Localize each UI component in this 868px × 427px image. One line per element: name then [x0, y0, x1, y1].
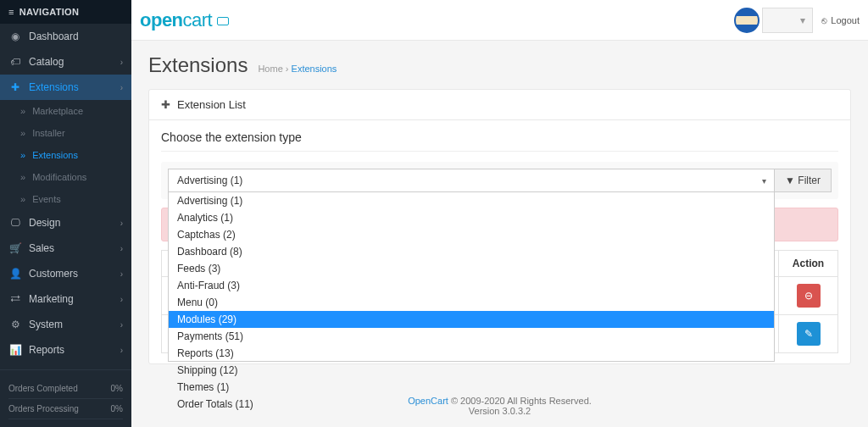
sidebar-item-label: Marketing: [29, 293, 74, 305]
table-col-action: Action: [779, 251, 838, 277]
brand-logo[interactable]: opencart: [140, 9, 234, 31]
stat-orders-completed: Orders Completed 0%: [8, 379, 123, 399]
sidebar-item-label: System: [29, 319, 63, 330]
breadcrumb: Home › Extensions: [258, 64, 337, 74]
delete-button[interactable]: ⊖: [797, 284, 821, 308]
chevron-right-icon: ›: [120, 295, 123, 304]
sidebar-item-extensions[interactable]: ✚ Extensions ›: [0, 75, 131, 100]
cart-icon: 🛒: [8, 242, 22, 254]
chevron-right-icon: ›: [120, 320, 123, 330]
edit-button[interactable]: ✎: [797, 322, 821, 346]
sidebar-item-dashboard[interactable]: ◉ Dashboard: [0, 24, 131, 49]
user-dropdown[interactable]: ▾: [762, 8, 813, 33]
dropdown-option[interactable]: Shipping (12): [169, 362, 774, 379]
dropdown-option[interactable]: Themes (1): [169, 379, 774, 396]
dashboard-icon: ◉: [8, 30, 22, 42]
filter-button[interactable]: ▼ Filter: [775, 169, 832, 192]
dropdown-option[interactable]: Dashboard (8): [169, 243, 774, 260]
chart-icon: 📊: [8, 344, 22, 356]
chevron-right-icon: ›: [120, 244, 123, 253]
share-icon: ⮂: [8, 293, 22, 305]
sidebar-item-marketing[interactable]: ⮂ Marketing ›: [0, 286, 131, 312]
sidebar-item-label: Catalog: [29, 56, 64, 68]
sidebar-item-label: Reports: [29, 344, 64, 356]
puzzle-icon: ✚: [8, 81, 22, 93]
dropdown-option[interactable]: Reports (13): [169, 345, 774, 362]
chevron-right-icon: ›: [120, 346, 123, 355]
extension-panel: ✚ Extension List Choose the extension ty…: [148, 89, 851, 364]
user-icon: 👤: [8, 268, 22, 280]
sidebar-item-label: Customers: [29, 268, 78, 280]
sidebar-sub-extensions[interactable]: Extensions: [0, 144, 131, 166]
dropdown-option[interactable]: Menu (0): [169, 294, 774, 311]
dropdown-option[interactable]: Analytics (1): [169, 209, 774, 226]
sidebar-item-label: Sales: [29, 242, 54, 254]
puzzle-icon: ✚: [161, 98, 170, 111]
sidebar-sub-events[interactable]: Events: [0, 188, 131, 210]
dropdown-option[interactable]: Anti-Fraud (3): [169, 277, 774, 294]
dropdown-option[interactable]: Order Totals (11): [169, 396, 774, 413]
stat-orders-processing: Orders Processing 0%: [8, 399, 123, 419]
logout-icon: ⎋: [821, 15, 827, 25]
sidebar-stats: Orders Completed 0% Orders Processing 0%: [0, 369, 131, 427]
sidebar-sub-modifications[interactable]: Modifications: [0, 166, 131, 188]
logout-button[interactable]: ⎋ Logout: [821, 15, 860, 25]
chevron-right-icon: ›: [120, 83, 123, 92]
sidebar-item-catalog[interactable]: 🏷 Catalog ›: [0, 49, 131, 75]
sidebar-sub-installer[interactable]: Installer: [0, 122, 131, 144]
caret-down-icon: ▾: [800, 14, 805, 26]
dropdown-option[interactable]: Modules (29): [169, 311, 774, 328]
choose-label: Choose the extension type: [161, 130, 838, 152]
sidebar-item-sales[interactable]: 🛒 Sales ›: [0, 236, 131, 261]
sidebar-sub-marketplace[interactable]: Marketplace: [0, 100, 131, 122]
topbar: opencart ▾ ⎋ Logout: [131, 0, 868, 41]
tag-icon: 🏷: [8, 56, 22, 68]
sidebar: NAVIGATION ◉ Dashboard 🏷 Catalog › ✚ Ext…: [0, 0, 131, 427]
sidebar-item-label: Dashboard: [29, 30, 79, 42]
sidebar-item-customers[interactable]: 👤 Customers ›: [0, 261, 131, 286]
sidebar-item-label: Design: [29, 217, 60, 229]
extension-type-dropdown: Advertising (1)Analytics (1)Captchas (2)…: [168, 192, 775, 362]
pencil-icon: ✎: [804, 328, 813, 340]
sidebar-item-design[interactable]: 🖵 Design ›: [0, 210, 131, 236]
filter-icon: ▼: [785, 175, 795, 186]
avatar: [734, 8, 760, 33]
sidebar-item-system[interactable]: ⚙ System ›: [0, 312, 131, 337]
crumb-extensions[interactable]: Extensions: [292, 64, 337, 74]
cart-icon: [215, 14, 234, 26]
crumb-home[interactable]: Home: [258, 64, 282, 74]
chevron-right-icon: ›: [120, 219, 123, 228]
minus-icon: ⊖: [804, 290, 813, 302]
dropdown-option[interactable]: Captchas (2): [169, 226, 774, 243]
page-title: Extensions: [148, 53, 248, 77]
dropdown-option[interactable]: Advertising (1): [169, 192, 774, 209]
extension-type-select[interactable]: Advertising (1): [168, 169, 775, 192]
desktop-icon: 🖵: [8, 217, 22, 229]
panel-title: Extension List: [177, 98, 246, 111]
sidebar-item-label: Extensions: [29, 81, 79, 93]
chevron-right-icon: ›: [120, 58, 123, 67]
dropdown-option[interactable]: Feeds (3): [169, 260, 774, 277]
sidebar-item-reports[interactable]: 📊 Reports ›: [0, 337, 131, 363]
nav-heading: NAVIGATION: [0, 0, 131, 24]
chevron-right-icon: ›: [120, 269, 123, 279]
dropdown-option[interactable]: Payments (51): [169, 328, 774, 345]
gear-icon: ⚙: [8, 319, 22, 330]
